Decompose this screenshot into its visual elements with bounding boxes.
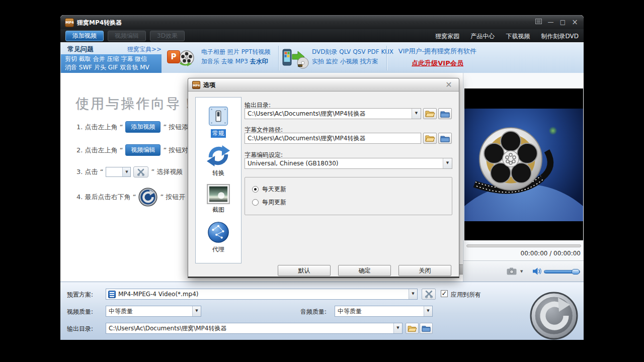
- video-quality-combo[interactable]: 中等质量 ▼: [106, 306, 201, 317]
- subtitle-open-folder-button[interactable]: [423, 133, 437, 144]
- video-quality-value: 中等质量: [109, 306, 191, 316]
- subtitle-encoding-combo[interactable]: Universal, Chinese (GB18030) ▼: [245, 158, 452, 169]
- browse-folder-button[interactable]: [420, 323, 433, 334]
- dialog-title-bar[interactable]: MP4 选项 ✕: [188, 78, 459, 92]
- quick-links-row1[interactable]: 剪切 截取 合并 压缩 字幕 微信: [65, 55, 162, 63]
- menu-download-video[interactable]: 下载视频: [506, 33, 530, 40]
- dialog-close-icon[interactable]: ✕: [444, 80, 454, 90]
- ppt-album-icon: P: [167, 46, 198, 70]
- menu-products[interactable]: 产品中心: [470, 33, 495, 40]
- toolbar-group1-line1[interactable]: 电子相册 照片 PPT转视频: [201, 47, 270, 57]
- apply-all-label: 应用到所有: [451, 291, 481, 299]
- snapshot-dropdown-icon[interactable]: ▼: [520, 269, 523, 274]
- toolbar-divider: [386, 46, 387, 70]
- dialog-browse-folder-button[interactable]: [438, 108, 452, 119]
- sidebar-item-proxy[interactable]: 代理: [207, 221, 230, 254]
- menu-burn-dvd[interactable]: 制作刻录DVD: [541, 33, 579, 40]
- folder-icon: [440, 135, 450, 142]
- playback-progress-bar[interactable]: [466, 244, 581, 247]
- ok-button[interactable]: 确定: [338, 265, 391, 276]
- sidebar-label-convert[interactable]: 转换: [211, 169, 226, 177]
- subtitle-path-field[interactable]: C:\Users\Ac\Documents\狸窝\MP4转换器: [245, 133, 421, 144]
- audio-quality-value: 中等质量: [338, 306, 422, 316]
- subtitle-encoding-value: Universal, Chinese (GB18030): [248, 158, 442, 168]
- open-folder-button[interactable]: [406, 323, 419, 334]
- maximize-button[interactable]: □: [558, 18, 568, 27]
- toolbar-group1[interactable]: 电子相册 照片 PPT转视频 加音乐 去噪 MP3 去水印: [201, 47, 270, 66]
- minimize-button[interactable]: —: [546, 18, 555, 27]
- dialog-open-folder-button[interactable]: [423, 108, 437, 119]
- update-daily-option[interactable]: 每天更新: [252, 185, 286, 194]
- dialog-sidebar: 常规 转换 截图: [195, 97, 242, 263]
- bottom-settings-bar: 预置方案: MP4-MPEG-4 Video(*.mp4) ▼ ✓ 应用到所有 …: [60, 282, 584, 340]
- sidebar-item-convert[interactable]: 转换: [207, 144, 230, 177]
- app-window: MP4 狸窝MP4转换器 — □ × 添加视频 视频编辑 3D效果 狸窝家园 产…: [60, 15, 584, 340]
- sidebar-label-general[interactable]: 常规: [211, 129, 226, 138]
- update-frequency-group: 每天更新 每周更新: [245, 177, 452, 215]
- vip-box: VIP用户-拥有狸窝所有软件 点此升级VIP会员: [388, 47, 487, 68]
- volume-slider[interactable]: [544, 270, 580, 274]
- step2-text: 2. 点击左上角 “: [76, 146, 123, 155]
- volume-slider-handle[interactable]: [572, 269, 580, 275]
- update-weekly-option[interactable]: 每周更新: [252, 198, 286, 207]
- window-title: 狸窝MP4转换器: [77, 16, 122, 30]
- general-settings-icon: [207, 105, 230, 128]
- dropdown-arrow-icon[interactable]: ▼: [409, 289, 417, 299]
- start-convert-button[interactable]: [530, 292, 578, 340]
- phone-dvd-icon: DVD: [282, 47, 309, 71]
- radio-weekly-label: 每周更新: [262, 198, 286, 207]
- dropdown-arrow-icon[interactable]: ▼: [424, 306, 432, 316]
- dropdown-arrow-icon[interactable]: ▼: [412, 109, 421, 119]
- sidebar-label-snapshot[interactable]: 截图: [211, 206, 226, 214]
- toolbar-divider: [278, 46, 279, 70]
- sidebar-label-proxy[interactable]: 代理: [211, 245, 226, 254]
- apply-all-checkbox[interactable]: ✓: [441, 290, 448, 297]
- film-reel-graphic: [466, 123, 575, 203]
- audio-quality-label: 音频质量:: [300, 308, 327, 316]
- radio-daily[interactable]: [252, 186, 259, 193]
- step2-text-end: ” 按钮对: [163, 146, 188, 155]
- toolbar: 常见问题 狸窝宝典>> 剪切 截取 合并 压缩 字幕 微信 消音 SWF 片头 …: [60, 42, 584, 73]
- dropdown-arrow-icon[interactable]: ▼: [443, 158, 452, 168]
- snapshot-camera-icon[interactable]: [507, 267, 517, 277]
- toolbar-group2-line1[interactable]: DVD刻录 QLV QSV PDF KUX: [312, 47, 393, 57]
- radio-daily-label: 每天更新: [262, 185, 286, 194]
- audio-quality-combo[interactable]: 中等质量 ▼: [335, 306, 433, 317]
- toolbar-group2[interactable]: DVD刻录 QLV QSV PDF KUX 实拍 监控 小视频 找方案: [312, 47, 393, 66]
- radio-weekly[interactable]: [252, 199, 259, 206]
- sidebar-item-general[interactable]: 常规: [207, 105, 230, 138]
- close-dialog-button[interactable]: 关闭: [398, 265, 451, 276]
- dropdown-arrow-icon[interactable]: ▼: [393, 323, 402, 333]
- tab-add-video[interactable]: 添加视频: [65, 31, 104, 41]
- vip-title: VIP用户-拥有狸窝所有软件: [388, 47, 487, 56]
- preset-combo[interactable]: MP4-MPEG-4 Video(*.mp4) ▼: [106, 289, 418, 300]
- menu-home[interactable]: 狸窝家园: [435, 33, 459, 40]
- vip-upgrade-link[interactable]: 点此升级VIP会员: [412, 59, 463, 68]
- faq-title: 常见问题: [67, 45, 94, 54]
- quick-links-row2[interactable]: 消音 SWF 片头 GIF 双音轨 MV: [65, 63, 162, 72]
- sidebar-item-snapshot[interactable]: 截图: [207, 184, 230, 214]
- dialog-output-dir-combo[interactable]: C:\Users\Ac\Documents\狸窝\MP4转换器 ▼: [245, 108, 421, 119]
- volume-speaker-icon[interactable]: [533, 267, 542, 277]
- tab-bar: 添加视频 视频编辑 3D效果 狸窝家园 产品中心 下载视频 制作刻录DVD: [60, 29, 584, 42]
- window-menu-icon[interactable]: [534, 18, 543, 27]
- faq-more-link[interactable]: 狸窝宝典>>: [127, 45, 162, 54]
- video-display: [464, 88, 583, 240]
- video-edit-sample-button: 视频编辑: [125, 144, 160, 156]
- toolbar-group1-line2[interactable]: 加音乐 去噪 MP3 去水印: [201, 57, 270, 66]
- toolbar-group2-line2[interactable]: 实拍 监控 小视频 找方案: [312, 57, 393, 66]
- step3-text-end: ” 选择视频: [151, 167, 183, 176]
- wizard-step-4: 4. 最后点击右下角 “ ” 按钮开: [76, 188, 185, 207]
- output-dir-label: 输出目录:: [67, 325, 93, 333]
- dropdown-arrow-icon[interactable]: ▼: [192, 306, 201, 316]
- app-logo-icon: MP4: [65, 18, 74, 27]
- quick-links-box[interactable]: 剪切 截取 合并 压缩 字幕 微信 消音 SWF 片头 GIF 双音轨 MV: [61, 54, 162, 73]
- wizard-title: 使用与操作向导！: [75, 95, 196, 113]
- default-button[interactable]: 默认: [278, 265, 331, 276]
- subtitle-browse-folder-button[interactable]: [438, 133, 452, 144]
- output-dir-combo[interactable]: C:\Users\Ac\Documents\狸窝\MP4转换器 ▼: [106, 323, 403, 334]
- svg-text:DVD: DVD: [298, 64, 303, 67]
- preset-label: 预置方案:: [67, 291, 93, 299]
- preset-settings-button[interactable]: [422, 289, 436, 300]
- close-button[interactable]: ×: [570, 18, 580, 27]
